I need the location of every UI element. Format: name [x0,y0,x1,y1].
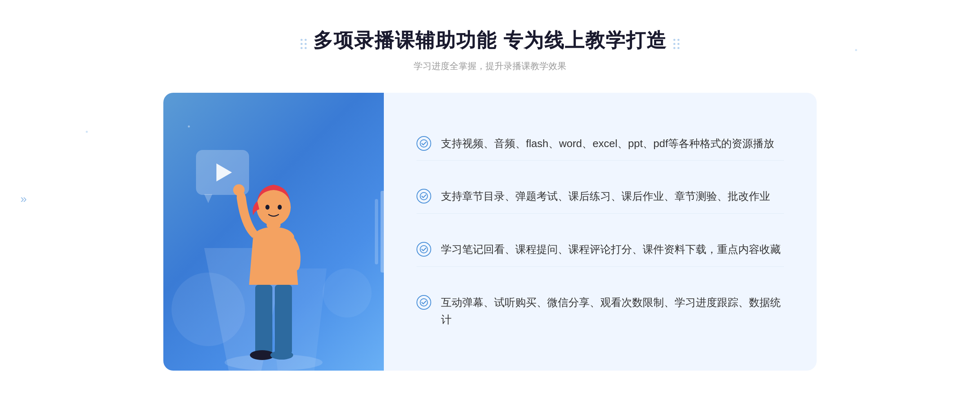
illus-stripe-2 [375,199,378,264]
page-title: 多项录播课辅助功能 专为线上教学打造 [313,27,666,54]
checkmark-svg-3 [420,245,428,253]
check-icon-3 [416,242,431,257]
check-icon-2 [416,189,431,203]
feature-text-1: 支持视频、音频、flash、word、excel、ppt、pdf等各种格式的资源… [441,135,774,152]
feature-item-3: 学习笔记回看、课程提问、课程评论打分、课件资料下载，重点内容收藏 [416,233,784,267]
svg-rect-2 [275,285,292,354]
svg-point-11 [420,192,428,200]
title-decoration: 多项录播课辅助功能 专为线上教学打造 [301,27,679,60]
checkmark-svg-4 [420,298,428,306]
illustration-container: for(let i=0;i<30;i++) document.currentSc… [163,93,384,371]
feature-text-3: 学习笔记回看、课程提问、课程评论打分、课件资料下载，重点内容收藏 [441,241,781,258]
svg-rect-1 [255,285,272,354]
person-figure [216,166,331,371]
chevron-right-icon: » [20,192,27,206]
feature-text-4: 互动弹幕、试听购买、微信分享、观看次数限制、学习进度跟踪、数据统计 [441,294,784,328]
feature-text-2: 支持章节目录、弹题考试、课后练习、课后作业、章节测验、批改作业 [441,188,770,205]
svg-point-8 [265,205,270,210]
title-dots-left [301,39,307,49]
svg-point-9 [278,205,282,210]
svg-point-4 [270,351,293,360]
feature-item-4: 互动弹幕、试听购买、微信分享、观看次数限制、学习进度跟踪、数据统计 [416,286,784,336]
page-container: for(let i=0;i<64;i++) document.currentSc… [0,0,980,398]
check-icon-1 [416,136,431,151]
feature-item-2: 支持章节目录、弹题考试、课后练习、课后作业、章节测验、批改作业 [416,180,784,214]
check-icon-4 [416,295,431,310]
dot-pattern-left: for(let i=0;i<64;i++) document.currentSc… [86,131,125,170]
features-panel: 支持视频、音频、flash、word、excel、ppt、pdf等各种格式的资源… [384,93,817,371]
content-area: for(let i=0;i<30;i++) document.currentSc… [163,93,817,371]
title-dots-right [673,39,679,49]
page-subtitle: 学习进度全掌握，提升录播课教学效果 [301,60,679,72]
left-navigation-arrows[interactable]: » [20,192,27,206]
svg-point-13 [420,299,428,306]
dot-pattern-right: for(let i=0;i<48;i++) document.currentSc… [855,49,894,78]
svg-point-12 [420,246,428,253]
checkmark-svg-2 [420,192,428,200]
illus-stripe-1 [381,191,384,273]
illus-dots: for(let i=0;i<30;i++) document.currentSc… [188,125,216,149]
checkmark-svg-1 [420,139,428,148]
svg-point-10 [420,140,428,147]
feature-item-1: 支持视频、音频、flash、word、excel、ppt、pdf等各种格式的资源… [416,127,784,161]
header-section: 多项录播课辅助功能 专为线上教学打造 学习进度全掌握，提升录播课教学效果 [301,27,679,72]
svg-point-5 [233,184,245,196]
